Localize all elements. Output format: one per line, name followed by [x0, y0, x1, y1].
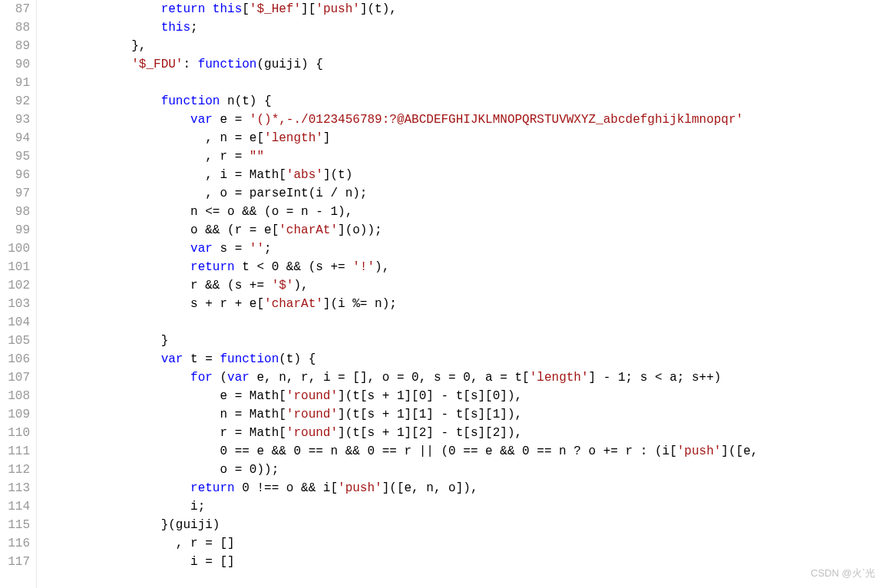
code-line[interactable]: , i = Math['abs'](t): [43, 166, 889, 184]
code-line[interactable]: 0 == e && 0 == n && 0 == r || (0 == e &&…: [43, 442, 889, 461]
code-line[interactable]: , r = []: [43, 534, 889, 553]
code-line[interactable]: return t < 0 && (s += '!'),: [43, 258, 889, 276]
line-number: 98: [6, 203, 30, 221]
code-line[interactable]: [43, 74, 889, 92]
line-number: 97: [6, 184, 30, 203]
code-line[interactable]: s + r + e['charAt'](i %= n);: [43, 295, 889, 313]
line-number: 99: [6, 221, 30, 239]
line-number: 93: [6, 111, 30, 129]
code-line[interactable]: }(guiji): [43, 516, 889, 534]
line-gutter: 8788899091929394959697989910010110210310…: [0, 0, 37, 588]
line-number: 88: [6, 18, 30, 37]
line-number: 89: [6, 37, 30, 55]
line-number: 103: [6, 295, 30, 313]
code-editor[interactable]: 8788899091929394959697989910010110210310…: [0, 0, 889, 588]
code-line[interactable]: '$_FDU': function(guiji) {: [43, 55, 889, 74]
line-number: 112: [6, 461, 30, 479]
line-number: 104: [6, 313, 30, 332]
line-number: 105: [6, 332, 30, 350]
line-number: 94: [6, 129, 30, 147]
line-number: 108: [6, 387, 30, 405]
code-line[interactable]: r && (s += '$'),: [43, 276, 889, 295]
line-number: 102: [6, 276, 30, 295]
code-line[interactable]: },: [43, 37, 889, 55]
code-line[interactable]: , o = parseInt(i / n);: [43, 184, 889, 203]
code-line[interactable]: var s = '';: [43, 239, 889, 258]
line-number: 117: [6, 553, 30, 571]
line-number: 113: [6, 479, 30, 497]
code-line[interactable]: n <= o && (o = n - 1),: [43, 203, 889, 221]
code-line[interactable]: var t = function(t) {: [43, 350, 889, 368]
line-number: 87: [6, 0, 30, 18]
line-number: 96: [6, 166, 30, 184]
code-line[interactable]: , r = "": [43, 147, 889, 166]
line-number: 115: [6, 516, 30, 534]
code-line[interactable]: [43, 313, 889, 332]
line-number: 109: [6, 405, 30, 424]
code-line[interactable]: i;: [43, 497, 889, 516]
line-number: 107: [6, 368, 30, 387]
code-line[interactable]: for (var e, n, r, i = [], o = 0, s = 0, …: [43, 368, 889, 387]
code-area[interactable]: return this['$_Hef']['push'](t), this; }…: [37, 0, 889, 588]
code-line[interactable]: o = 0));: [43, 461, 889, 479]
code-line[interactable]: return 0 !== o && i['push']([e, n, o]),: [43, 479, 889, 497]
code-line[interactable]: function n(t) {: [43, 92, 889, 111]
line-number: 116: [6, 534, 30, 553]
code-line[interactable]: , n = e['length']: [43, 129, 889, 147]
code-line[interactable]: i = []: [43, 553, 889, 571]
code-line[interactable]: }: [43, 332, 889, 350]
code-line[interactable]: return this['$_Hef']['push'](t),: [43, 0, 889, 18]
line-number: 95: [6, 147, 30, 166]
line-number: 92: [6, 92, 30, 111]
code-line[interactable]: r = Math['round'](t[s + 1][2] - t[s][2])…: [43, 424, 889, 442]
code-line[interactable]: e = Math['round'](t[s + 1][0] - t[s][0])…: [43, 387, 889, 405]
line-number: 110: [6, 424, 30, 442]
code-line[interactable]: n = Math['round'](t[s + 1][1] - t[s][1])…: [43, 405, 889, 424]
line-number: 114: [6, 497, 30, 516]
code-line[interactable]: o && (r = e['charAt'](o));: [43, 221, 889, 239]
line-number: 111: [6, 442, 30, 461]
watermark: CSDN @火`光: [811, 567, 875, 580]
code-line[interactable]: var e = '()*,-./0123456789:?@ABCDEFGHIJK…: [43, 111, 889, 129]
code-line[interactable]: this;: [43, 18, 889, 37]
line-number: 101: [6, 258, 30, 276]
line-number: 90: [6, 55, 30, 74]
line-number: 91: [6, 74, 30, 92]
line-number: 106: [6, 350, 30, 368]
line-number: 100: [6, 239, 30, 258]
